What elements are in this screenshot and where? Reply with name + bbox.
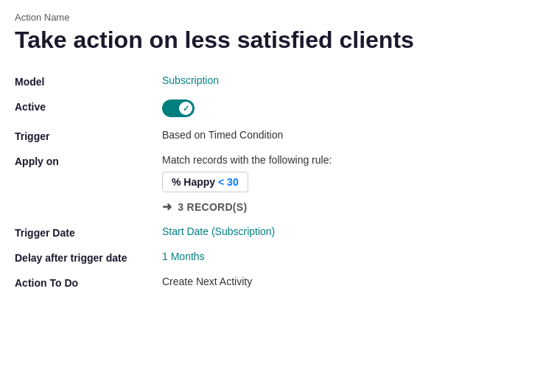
rule-badge[interactable]: % Happy < 30 (162, 172, 248, 192)
action-to-do-label: Action To Do (15, 276, 162, 289)
apply-on-row: Apply on Match records with the followin… (15, 154, 545, 214)
records-text: 3 RECORD(S) (178, 201, 247, 213)
model-row: Model Subscription (15, 74, 545, 88)
delay-number: 1 (162, 251, 168, 262)
trigger-date-label: Trigger Date (15, 225, 162, 239)
apply-on-label: Apply on (15, 154, 162, 167)
trigger-date-row: Trigger Date Start Date (Subscription) (15, 225, 545, 239)
page-title: Take action on less satisfied clients (15, 26, 545, 54)
rule-field: % Happy (172, 176, 215, 188)
trigger-label: Trigger (15, 129, 162, 142)
delay-unit: Months (171, 251, 205, 262)
active-row: Active (15, 99, 545, 117)
toggle-knob (179, 102, 192, 115)
delay-label: Delay after trigger date (15, 251, 162, 264)
active-toggle[interactable] (162, 99, 195, 117)
apply-on-value: Match records with the following rule: %… (162, 154, 545, 214)
records-row: ➜ 3 RECORD(S) (162, 200, 247, 214)
trigger-value: Based on Timed Condition (162, 129, 545, 141)
active-toggle-container (162, 99, 545, 117)
rule-operator: < (218, 176, 224, 188)
model-label: Model (15, 74, 162, 88)
active-label: Active (15, 99, 162, 113)
model-value[interactable]: Subscription (162, 74, 545, 86)
delay-value: 1 Months (162, 251, 545, 262)
apply-on-description: Match records with the following rule: (162, 154, 332, 166)
delay-row: Delay after trigger date 1 Months (15, 251, 545, 264)
action-to-do-value: Create Next Activity (162, 276, 545, 287)
trigger-row: Trigger Based on Timed Condition (15, 129, 545, 142)
action-to-do-row: Action To Do Create Next Activity (15, 276, 545, 289)
arrow-icon: ➜ (162, 200, 172, 214)
trigger-date-value[interactable]: Start Date (Subscription) (162, 225, 545, 237)
action-name-label: Action Name (15, 12, 545, 23)
rule-value: 30 (227, 176, 239, 188)
